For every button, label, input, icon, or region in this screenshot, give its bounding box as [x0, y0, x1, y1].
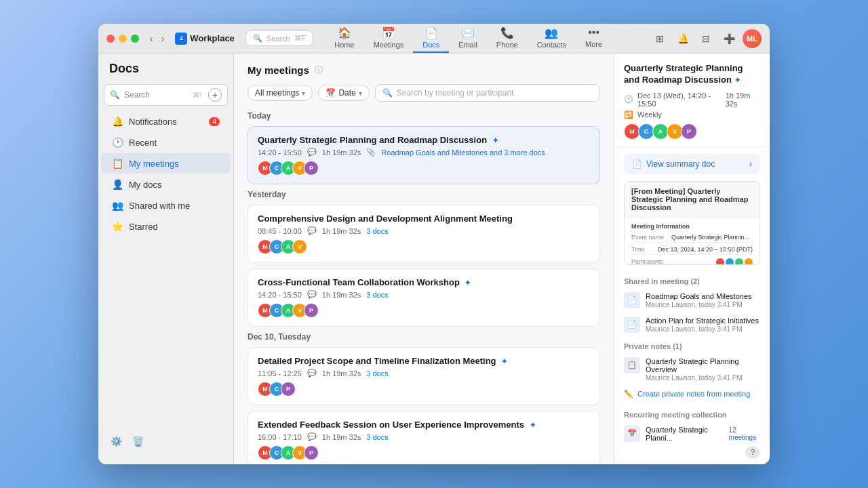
- zoom-plus-icon-2: ✦: [465, 279, 471, 287]
- nav-docs[interactable]: 📄 Docs: [413, 24, 449, 53]
- meeting-docs-4[interactable]: 3 docs: [366, 433, 388, 441]
- zoom-logo-icon: Z: [175, 33, 187, 45]
- back-button[interactable]: ‹: [147, 32, 156, 45]
- chat-icon: 💬: [307, 148, 317, 157]
- recurring-meeting-item[interactable]: 📅 Quarterly Strategic Planni... 12 meeti…: [614, 422, 770, 446]
- section-today: Today: [248, 111, 600, 121]
- meeting-avatars-0: M C A V P: [258, 161, 590, 176]
- sidebar-item-notifications[interactable]: 🔔 Notifications 4: [101, 111, 231, 131]
- meetings-title: My meetings: [248, 64, 309, 76]
- meeting-docs-1[interactable]: 3 docs: [366, 227, 388, 235]
- date-filter[interactable]: 📅 Date ▾: [318, 85, 369, 101]
- meeting-detail-meta: 🕐 Dec 13 (Wed), 14:20 - 15:50 1h 19m 32s…: [624, 92, 760, 119]
- meeting-avatars-2: M C A V P: [258, 303, 590, 318]
- notifications-bell[interactable]: 🔔: [673, 29, 692, 48]
- doc-row-time: Time Dec 13, 2024, 14:20 – 15:50 (PDT): [631, 245, 753, 255]
- dropdown-icon: ▾: [302, 89, 305, 97]
- chevron-right-icon: ›: [749, 159, 752, 169]
- maximize-button[interactable]: [131, 35, 139, 43]
- view-summary-button[interactable]: 📄 View summary doc ›: [624, 154, 760, 174]
- nav-phone[interactable]: 📞 Phone: [487, 24, 528, 53]
- main-panel: My meetings ⓘ All meetings ▾ 📅 Date ▾ 🔍 …: [234, 54, 614, 464]
- close-button[interactable]: [106, 35, 115, 43]
- meeting-search-icon: 🔍: [382, 88, 393, 98]
- global-search-bar[interactable]: 🔍 Search ⌘F: [245, 30, 314, 46]
- recurring-count: 12 meetings: [729, 426, 760, 441]
- add-button[interactable]: ➕: [719, 29, 738, 48]
- user-avatar[interactable]: ML: [743, 29, 762, 48]
- doc-link-icon: 📎: [366, 148, 376, 157]
- shared-doc-subtitle-1: Maurice Lawson, today 3:41 PM: [646, 325, 759, 333]
- create-note-icon: ✏️: [624, 390, 633, 399]
- sidebar-item-starred[interactable]: ⭐ Starred: [101, 216, 231, 237]
- sidebar-add-button[interactable]: +: [208, 88, 222, 102]
- nav-home[interactable]: 🏠 Home: [325, 24, 363, 53]
- detail-avatar-5: P: [681, 123, 697, 140]
- recurring-icon: 📅: [624, 426, 640, 442]
- meeting-card-1[interactable]: Comprehensive Design and Development Ali…: [248, 205, 600, 263]
- meeting-meta-0: 14:20 - 15:50 💬 1h 19m 32s 📎 Roadmap Goa…: [258, 148, 590, 157]
- repeat-icon: 🔁: [624, 110, 633, 119]
- shared-doc-1[interactable]: 📄 Action Plan for Strategic Initiatives …: [614, 312, 770, 337]
- title-bar: ‹ › Z Workplace 🔍 Search ⌘F 🏠 Home 📅 Mee…: [98, 24, 770, 54]
- nav-meetings[interactable]: 📅 Meetings: [364, 24, 414, 53]
- meeting-card-0[interactable]: Quarterly Strategic Planning and Roadmap…: [248, 126, 600, 184]
- calendar-icon: 📅: [326, 88, 336, 98]
- clock-icon: 🕐: [624, 95, 633, 104]
- search-icon: 🔍: [253, 34, 262, 43]
- traffic-lights: [106, 35, 139, 43]
- meeting-meta-3: 11:05 - 12:25 💬 1h 19m 32s 3 docs: [258, 369, 590, 378]
- create-note-button[interactable]: ✏️ Create private notes from meeting: [614, 386, 770, 405]
- nav-more[interactable]: ••• More: [576, 24, 612, 53]
- phone-icon: 📞: [500, 26, 514, 39]
- meeting-docs-0[interactable]: Roadmap Goals and Milestones and 3 more …: [381, 148, 545, 157]
- shared-icon: 👥: [112, 200, 123, 211]
- meeting-search-bar[interactable]: 🔍 Search by meeting or participant: [375, 84, 600, 102]
- nav-arrows: ‹ ›: [147, 32, 167, 45]
- chat-icon-3: 💬: [307, 369, 317, 378]
- meeting-card-4[interactable]: Extended Feedback Session on User Experi…: [248, 411, 600, 464]
- settings-button[interactable]: ⚙️: [106, 432, 125, 451]
- shared-doc-0[interactable]: 📄 Roadmap Goals and Milestones Maurice L…: [614, 288, 770, 312]
- trash-button[interactable]: 🗑️: [128, 432, 147, 451]
- meeting-meta-2: 14:20 - 15:50 💬 1h 19m 32s 3 docs: [258, 290, 590, 299]
- doc-preview-content: Meeting Information Event name Quarterly…: [625, 218, 760, 265]
- doc-preview: [From Meeting] Quarterly Strategic Plann…: [624, 181, 760, 265]
- sidebar-item-my-docs[interactable]: 👤 My docs: [101, 174, 231, 195]
- sidebar-item-recent[interactable]: 🕐 Recent: [101, 132, 231, 152]
- meeting-docs-2[interactable]: 3 docs: [366, 291, 388, 299]
- all-meetings-filter[interactable]: All meetings ▾: [248, 85, 313, 101]
- private-note-info-0: Quarterly Strategic Planning Overview Ma…: [646, 357, 760, 382]
- nav-contacts[interactable]: 👥 Contacts: [528, 24, 576, 53]
- shared-doc-info-1: Action Plan for Strategic Initiatives Ma…: [646, 317, 759, 333]
- sidebar-item-my-meetings[interactable]: 📋 My meetings: [101, 153, 231, 174]
- meeting-docs-3[interactable]: 3 docs: [366, 369, 388, 378]
- zoom-brand: Z Workplace: [175, 33, 235, 45]
- zoom-plus-icon: ✦: [492, 136, 498, 144]
- nav-email[interactable]: ✉️ Email: [449, 24, 487, 53]
- chat-icon-4: 💬: [307, 432, 317, 441]
- minimize-button[interactable]: [119, 35, 127, 43]
- private-note-subtitle-0: Maurice Lawson, today 3:41 PM: [646, 374, 760, 382]
- main-content: Docs 🔍 Search ⌘/ + 🔔 Notifications 4 🕐 R…: [98, 54, 770, 464]
- date-dropdown-icon: ▾: [359, 89, 362, 97]
- meeting-card-2[interactable]: Cross-Functional Team Collaboration Work…: [248, 268, 600, 327]
- shared-section-header: Shared in meeting (2): [614, 272, 770, 288]
- meeting-detail-header: Quarterly Strategic Planning and Roadmap…: [614, 54, 770, 147]
- notification-badge: 4: [209, 117, 220, 126]
- sidebar-item-shared[interactable]: 👥 Shared with me: [101, 195, 231, 216]
- meeting-name-1: Comprehensive Design and Development Ali…: [258, 214, 590, 224]
- meeting-avatars-1: M C A V: [258, 239, 590, 254]
- sidebar-search[interactable]: 🔍 Search ⌘/ +: [104, 84, 228, 106]
- meeting-detail-title: Quarterly Strategic Planning and Roadmap…: [624, 63, 760, 86]
- apps-button[interactable]: ⊞: [650, 29, 669, 48]
- sidebar-nav: 🔔 Notifications 4 🕐 Recent 📋 My meetings…: [98, 111, 233, 237]
- shared-doc-info-0: Roadmap Goals and Milestones Maurice Law…: [646, 292, 752, 308]
- private-note-0[interactable]: 📋 Quarterly Strategic Planning Overview …: [614, 353, 770, 386]
- shared-doc-subtitle-0: Maurice Lawson, today 3:41 PM: [646, 301, 752, 308]
- meeting-card-3[interactable]: Detailed Project Scope and Timeline Fina…: [248, 347, 600, 405]
- help-button[interactable]: ?: [745, 446, 760, 459]
- zoom-plus-icon-4: ✦: [530, 421, 536, 429]
- forward-button[interactable]: ›: [159, 32, 167, 45]
- layout-button[interactable]: ⊟: [696, 29, 715, 48]
